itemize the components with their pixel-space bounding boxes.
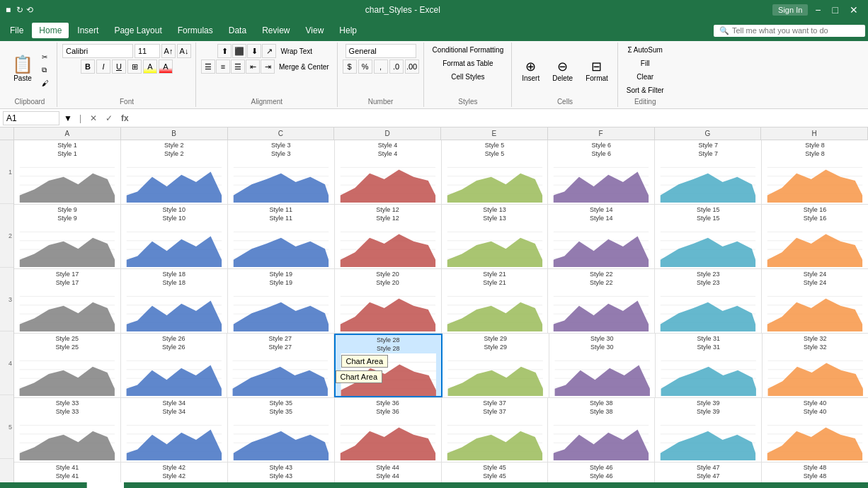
italic-btn[interactable]: I	[96, 59, 110, 74]
cancel-formula-icon[interactable]: ✕	[87, 113, 100, 123]
merge-center-btn[interactable]: Merge & Center	[275, 59, 333, 74]
chart-cell-44[interactable]: Style 44Style 44	[335, 463, 442, 482]
chart-cell-16[interactable]: Style 16Style 16	[762, 205, 868, 268]
chart-cell-33[interactable]: Style 33Style 33	[14, 398, 121, 462]
chart-cell-18[interactable]: Style 18Style 18	[121, 269, 228, 333]
chart-cell-15[interactable]: Style 15Style 15	[655, 205, 762, 268]
chart-cell-35[interactable]: Style 35Style 35	[228, 398, 335, 462]
chart-cell-38[interactable]: Style 38Style 38	[548, 398, 655, 462]
increase-decimal-btn[interactable]: .00	[405, 59, 419, 74]
confirm-formula-icon[interactable]: ✓	[103, 113, 115, 123]
menu-file[interactable]: File	[3, 23, 30, 38]
chart-cell-41[interactable]: Style 41Style 41	[14, 463, 121, 482]
sheet-tab-area[interactable]: Area	[87, 482, 124, 488]
cut-button[interactable]: ✂	[38, 51, 52, 63]
chart-cell-24[interactable]: Style 24Style 24	[762, 269, 868, 333]
chart-cell-17[interactable]: Style 17Style 17	[14, 269, 121, 333]
insert-btn[interactable]: ⊕ Insert	[517, 55, 544, 86]
decrease-decimal-btn[interactable]: .0	[389, 59, 404, 74]
number-format-input[interactable]	[346, 44, 416, 58]
chart-cell-12[interactable]: Style 12Style 12	[335, 205, 442, 268]
sheet-tab-column[interactable]: Column	[40, 482, 87, 488]
formula-input[interactable]	[135, 113, 865, 123]
align-left-btn[interactable]: ☰	[201, 59, 215, 74]
chart-cell-37[interactable]: Style 37Style 37	[442, 398, 549, 462]
cell-reference-input[interactable]	[3, 111, 59, 125]
chart-cell-31[interactable]: Style 31Style 31	[656, 334, 763, 397]
close-btn[interactable]: ✕	[845, 4, 862, 16]
chart-cell-6[interactable]: Style 6Style 6	[548, 140, 655, 204]
wrap-text-btn[interactable]: Wrap Text	[277, 44, 316, 58]
add-sheet-btn[interactable]: +	[124, 485, 136, 488]
search-input[interactable]	[732, 26, 860, 35]
minimize-btn[interactable]: −	[811, 4, 825, 16]
paste-button[interactable]: 📋 Paste	[7, 51, 38, 89]
underline-btn[interactable]: U	[112, 59, 126, 74]
chart-cell-10[interactable]: Style 10Style 10	[121, 205, 228, 268]
chart-cell-36[interactable]: Style 36Style 36	[335, 398, 442, 462]
chart-cell-27[interactable]: Style 27Style 27	[227, 334, 334, 397]
copy-button[interactable]: ⧉	[38, 64, 52, 76]
format-painter-button[interactable]: 🖌	[38, 77, 52, 89]
align-center-btn[interactable]: ≡	[216, 59, 230, 74]
chart-cell-26[interactable]: Style 26Style 26	[121, 334, 228, 397]
chart-cell-13[interactable]: Style 13Style 13	[442, 205, 549, 268]
comma-btn[interactable]: ,	[374, 59, 388, 74]
chart-cell-46[interactable]: Style 46Style 46	[548, 463, 655, 482]
chart-cell-11[interactable]: Style 11Style 11	[228, 205, 335, 268]
percent-btn[interactable]: %	[358, 59, 372, 74]
font-name-input[interactable]	[62, 44, 133, 58]
currency-btn[interactable]: $	[343, 59, 357, 74]
chart-cell-7[interactable]: Style 7Style 7	[655, 140, 762, 204]
chart-cell-23[interactable]: Style 23Style 23	[655, 269, 762, 333]
chart-cell-19[interactable]: Style 19Style 19	[228, 269, 335, 333]
chart-cell-3[interactable]: Style 3Style 3	[228, 140, 335, 204]
chart-cell-1[interactable]: Style 1Style 1	[14, 140, 121, 204]
sign-in-btn[interactable]: Sign In	[772, 4, 808, 16]
menu-home[interactable]: Home	[32, 23, 69, 38]
menu-formulas[interactable]: Formulas	[171, 23, 220, 38]
fill-btn[interactable]: Fill	[637, 57, 653, 69]
chart-cell-30[interactable]: Style 30Style 30	[549, 334, 656, 397]
font-color-btn[interactable]: A	[159, 59, 173, 74]
menu-insert[interactable]: Insert	[70, 23, 105, 38]
chart-cell-8[interactable]: Style 8Style 8	[762, 140, 868, 204]
chart-cell-47[interactable]: Style 47Style 47	[655, 463, 762, 482]
decrease-indent-btn[interactable]: ⇤	[246, 59, 260, 74]
orientation-btn[interactable]: ↗	[262, 44, 276, 58]
chart-cell-48[interactable]: Style 48Style 48	[762, 463, 868, 482]
cell-styles-btn[interactable]: Cell Styles	[447, 71, 488, 83]
align-top-btn[interactable]: ⬆	[217, 44, 232, 58]
chart-cell-43[interactable]: Style 43Style 43	[228, 463, 335, 482]
font-size-decrease-btn[interactable]: A↓	[177, 44, 191, 58]
chart-cell-20[interactable]: Style 20Style 20	[335, 269, 442, 333]
chart-cell-14[interactable]: Style 14Style 14	[548, 205, 655, 268]
border-btn[interactable]: ⊞	[127, 59, 142, 74]
align-bottom-btn[interactable]: ⬇	[247, 44, 261, 58]
chart-cell-5[interactable]: Style 5Style 5	[442, 140, 549, 204]
font-size-increase-btn[interactable]: A↑	[161, 44, 176, 58]
fill-color-btn[interactable]: A	[143, 59, 157, 74]
chart-cell-25[interactable]: Style 25Style 25	[14, 334, 121, 397]
insert-function-icon[interactable]: fx	[118, 113, 132, 123]
menu-help[interactable]: Help	[332, 23, 364, 38]
increase-indent-btn[interactable]: ⇥	[261, 59, 275, 74]
sort-filter-btn[interactable]: Sort & Filter	[623, 84, 668, 96]
delete-btn[interactable]: ⊖ Delete	[547, 55, 578, 86]
menu-view[interactable]: View	[299, 23, 331, 38]
clear-btn[interactable]: Clear	[633, 71, 657, 83]
format-as-table-btn[interactable]: Format as Table	[439, 57, 497, 69]
chart-cell-45[interactable]: Style 45Style 45	[442, 463, 549, 482]
chart-cell-39[interactable]: Style 39Style 39	[655, 398, 762, 462]
menu-review[interactable]: Review	[255, 23, 297, 38]
chart-cell-29[interactable]: Style 29Style 29	[442, 334, 549, 397]
format-btn[interactable]: ⊟ Format	[581, 55, 613, 86]
align-right-btn[interactable]: ☰	[231, 59, 245, 74]
chart-cell-22[interactable]: Style 22Style 22	[548, 269, 655, 333]
chart-cell-42[interactable]: Style 42Style 42	[121, 463, 228, 482]
autosum-btn[interactable]: Σ AutoSum	[624, 44, 666, 56]
chart-cell-2[interactable]: Style 2Style 2	[121, 140, 228, 204]
menu-data[interactable]: Data	[222, 23, 253, 38]
chart-cell-28[interactable]: Style 28Style 28 Chart AreaChart Area	[334, 334, 443, 397]
align-middle-btn[interactable]: ⬛	[232, 44, 246, 58]
